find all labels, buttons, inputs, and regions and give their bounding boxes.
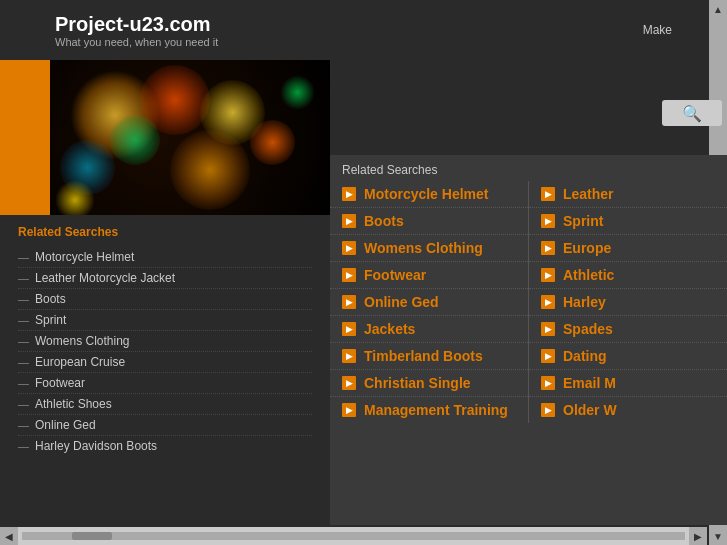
overlay-search-item-right[interactable]: ▶Athletic (529, 262, 727, 289)
left-search-item[interactable]: —Footwear (18, 373, 312, 394)
overlay-search-link[interactable]: Athletic (563, 267, 614, 283)
search-link[interactable]: Motorcycle Helmet (35, 250, 134, 264)
arrow-box-icon: ▶ (541, 322, 555, 336)
overlay-search-link[interactable]: Jackets (364, 321, 415, 337)
overlay-search-item-left[interactable]: ▶Boots (330, 208, 528, 235)
left-search-item[interactable]: —Harley Davidson Boots (18, 436, 312, 456)
overlay-title: Related Searches (330, 155, 727, 181)
overlay-search-item-left[interactable]: ▶Timberland Boots (330, 343, 528, 370)
arrow-box-icon: ▶ (342, 349, 356, 363)
left-main-content: Related Searches —Motorcycle Helmet—Leat… (0, 215, 330, 525)
search-link[interactable]: Leather Motorcycle Jacket (35, 271, 175, 285)
arrow-box-icon: ▶ (541, 241, 555, 255)
overlay-search-link[interactable]: Sprint (563, 213, 603, 229)
arrow-icon: — (18, 314, 29, 326)
site-subtitle: What you need, when you need it (55, 36, 218, 48)
overlay-search-link[interactable]: Harley (563, 294, 606, 310)
arrow-icon: — (18, 251, 29, 263)
related-searches-title-left: Related Searches (18, 225, 312, 239)
overlay-search-item-right[interactable]: ▶Sprint (529, 208, 727, 235)
search-box[interactable]: 🔍 (662, 100, 722, 126)
arrow-icon: — (18, 440, 29, 452)
overlay-search-item-left[interactable]: ▶Online Ged (330, 289, 528, 316)
left-search-item[interactable]: —Womens Clothing (18, 331, 312, 352)
overlay-panel: Related Searches ▶Motorcycle Helmet▶Boot… (330, 155, 727, 525)
overlay-search-link[interactable]: Management Training (364, 402, 508, 418)
search-link[interactable]: Boots (35, 292, 66, 306)
arrow-icon: — (18, 293, 29, 305)
overlay-search-link[interactable]: Womens Clothing (364, 240, 483, 256)
overlay-search-item-right[interactable]: ▶Harley (529, 289, 727, 316)
left-search-items: —Motorcycle Helmet—Leather Motorcycle Ja… (18, 247, 312, 456)
left-search-item[interactable]: —European Cruise (18, 352, 312, 373)
arrow-icon: — (18, 272, 29, 284)
arrow-box-icon: ▶ (342, 403, 356, 417)
overlay-search-link[interactable]: Leather (563, 186, 614, 202)
overlay-search-link[interactable]: Dating (563, 348, 607, 364)
search-link[interactable]: Womens Clothing (35, 334, 130, 348)
overlay-search-link[interactable]: Boots (364, 213, 404, 229)
overlay-search-item-right[interactable]: ▶Spades (529, 316, 727, 343)
overlay-search-item-right[interactable]: ▶Email M (529, 370, 727, 397)
overlay-search-link[interactable]: Footwear (364, 267, 426, 283)
overlay-search-link[interactable]: Motorcycle Helmet (364, 186, 488, 202)
left-search-item[interactable]: —Leather Motorcycle Jacket (18, 268, 312, 289)
overlay-search-item-right[interactable]: ▶Dating (529, 343, 727, 370)
overlay-search-link[interactable]: Christian Single (364, 375, 471, 391)
overlay-columns: ▶Motorcycle Helmet▶Boots▶Womens Clothing… (330, 181, 727, 423)
overlay-search-link[interactable]: Spades (563, 321, 613, 337)
scroll-down-button[interactable]: ▼ (709, 527, 727, 545)
left-panel: Related Searches —Motorcycle Helmet—Leat… (0, 215, 330, 466)
top-bar: Project-u23.com What you need, when you … (0, 0, 727, 60)
overlay-search-item-right[interactable]: ▶Older W (529, 397, 727, 423)
arrow-icon: — (18, 398, 29, 410)
hero-image (50, 60, 330, 215)
search-link[interactable]: Footwear (35, 376, 85, 390)
overlay-search-item-left[interactable]: ▶Footwear (330, 262, 528, 289)
left-search-item[interactable]: —Boots (18, 289, 312, 310)
arrow-box-icon: ▶ (342, 322, 356, 336)
overlay-search-item-left[interactable]: ▶Christian Single (330, 370, 528, 397)
overlay-search-item-left[interactable]: ▶Management Training (330, 397, 528, 423)
arrow-box-icon: ▶ (342, 268, 356, 282)
search-link[interactable]: Athletic Shoes (35, 397, 112, 411)
arrow-box-icon: ▶ (541, 268, 555, 282)
arrow-box-icon: ▶ (342, 214, 356, 228)
arrow-icon: — (18, 335, 29, 347)
left-search-item[interactable]: —Motorcycle Helmet (18, 247, 312, 268)
search-icon: 🔍 (682, 104, 702, 123)
scroll-up-button[interactable]: ▲ (709, 0, 727, 18)
overlay-search-link[interactable]: Online Ged (364, 294, 439, 310)
left-search-item[interactable]: —Online Ged (18, 415, 312, 436)
arrow-box-icon: ▶ (342, 241, 356, 255)
search-link[interactable]: Online Ged (35, 418, 96, 432)
scroll-left-button[interactable]: ◀ (0, 527, 18, 545)
horizontal-scrollbar[interactable]: ◀ ▶ (0, 527, 707, 545)
top-right-text: Make (643, 23, 672, 37)
overlay-search-item-right[interactable]: ▶Leather (529, 181, 727, 208)
left-search-item[interactable]: —Sprint (18, 310, 312, 331)
overlay-search-link[interactable]: Email M (563, 375, 616, 391)
arrow-box-icon: ▶ (541, 187, 555, 201)
arrow-box-icon: ▶ (541, 376, 555, 390)
arrow-box-icon: ▶ (541, 403, 555, 417)
scrollbar-thumb[interactable] (72, 532, 112, 540)
search-link[interactable]: Harley Davidson Boots (35, 439, 157, 453)
overlay-col-left: ▶Motorcycle Helmet▶Boots▶Womens Clothing… (330, 181, 529, 423)
arrow-icon: — (18, 419, 29, 431)
arrow-box-icon: ▶ (342, 376, 356, 390)
overlay-search-link[interactable]: Timberland Boots (364, 348, 483, 364)
overlay-search-link[interactable]: Older W (563, 402, 617, 418)
overlay-search-item-left[interactable]: ▶Motorcycle Helmet (330, 181, 528, 208)
scroll-right-button[interactable]: ▶ (689, 527, 707, 545)
overlay-search-item-right[interactable]: ▶Europe (529, 235, 727, 262)
arrow-box-icon: ▶ (342, 295, 356, 309)
overlay-search-link[interactable]: Europe (563, 240, 611, 256)
overlay-search-item-left[interactable]: ▶Womens Clothing (330, 235, 528, 262)
overlay-search-item-left[interactable]: ▶Jackets (330, 316, 528, 343)
left-search-item[interactable]: —Athletic Shoes (18, 394, 312, 415)
search-link[interactable]: European Cruise (35, 355, 125, 369)
scrollbar-track[interactable] (22, 532, 685, 540)
search-link[interactable]: Sprint (35, 313, 66, 327)
arrow-icon: — (18, 356, 29, 368)
